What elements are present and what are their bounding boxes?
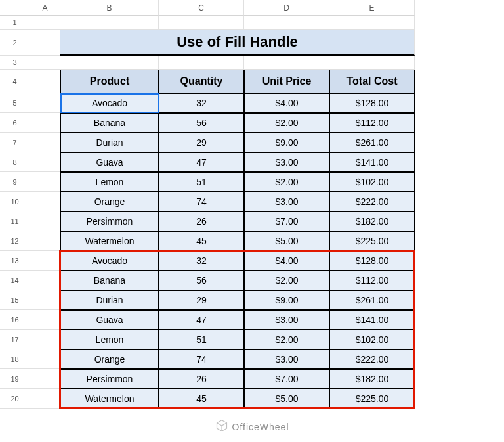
table-cell[interactable]: $128.00 <box>329 93 415 113</box>
row-hdr[interactable]: 5 <box>0 93 30 113</box>
cell[interactable] <box>159 56 244 70</box>
table-cell[interactable]: $182.00 <box>329 369 415 389</box>
table-cell[interactable]: $7.00 <box>244 369 329 389</box>
cell[interactable] <box>30 152 60 172</box>
row-hdr[interactable]: 2 <box>0 30 30 56</box>
table-cell[interactable]: Watermelon <box>60 231 159 251</box>
table-cell[interactable]: Banana <box>60 271 159 290</box>
table-cell[interactable]: $102.00 <box>329 172 415 192</box>
cell[interactable] <box>30 30 60 56</box>
table-header-cell[interactable]: Total Cost <box>329 70 415 93</box>
cell[interactable] <box>30 349 60 369</box>
table-cell[interactable]: $225.00 <box>329 231 415 251</box>
table-cell[interactable]: Lemon <box>60 330 159 349</box>
cell[interactable] <box>30 231 60 251</box>
cell[interactable] <box>244 16 329 30</box>
cell[interactable] <box>329 16 415 30</box>
cell[interactable] <box>30 93 60 113</box>
table-cell[interactable]: $222.00 <box>329 349 415 369</box>
table-header-cell[interactable]: Product <box>60 70 159 93</box>
table-cell[interactable]: 32 <box>159 93 244 113</box>
table-cell[interactable]: 29 <box>159 133 244 152</box>
table-cell[interactable]: $5.00 <box>244 389 329 409</box>
table-cell[interactable]: 26 <box>159 211 244 231</box>
table-cell[interactable]: 45 <box>159 389 244 409</box>
cell[interactable] <box>30 16 60 30</box>
table-cell[interactable]: $261.00 <box>329 133 415 152</box>
row-hdr[interactable]: 14 <box>0 271 30 290</box>
col-hdr-C[interactable]: C <box>159 0 244 16</box>
cell[interactable] <box>244 56 329 70</box>
table-cell[interactable]: Guava <box>60 310 159 330</box>
table-cell[interactable]: Avocado <box>60 93 159 113</box>
cell[interactable] <box>30 290 60 310</box>
table-cell[interactable]: $5.00 <box>244 231 329 251</box>
col-hdr-E[interactable]: E <box>329 0 415 16</box>
table-cell[interactable]: $3.00 <box>244 152 329 172</box>
table-cell[interactable]: $4.00 <box>244 251 329 271</box>
spreadsheet-grid[interactable]: 12Use of Fill Handle34ProductQuantityUni… <box>0 16 504 409</box>
table-cell[interactable]: 29 <box>159 290 244 310</box>
table-header-cell[interactable]: Quantity <box>159 70 244 93</box>
row-hdr[interactable]: 3 <box>0 56 30 70</box>
cell[interactable] <box>159 16 244 30</box>
row-hdr[interactable]: 15 <box>0 290 30 310</box>
cell[interactable] <box>30 172 60 192</box>
cell[interactable] <box>30 271 60 290</box>
table-header-cell[interactable]: Unit Price <box>244 70 329 93</box>
table-cell[interactable]: Watermelon <box>60 389 159 409</box>
row-hdr[interactable]: 20 <box>0 389 30 409</box>
row-hdr[interactable]: 10 <box>0 192 30 211</box>
cell[interactable] <box>30 133 60 152</box>
table-cell[interactable]: 74 <box>159 192 244 211</box>
table-cell[interactable]: Lemon <box>60 172 159 192</box>
table-cell[interactable]: Durian <box>60 133 159 152</box>
table-cell[interactable]: $2.00 <box>244 271 329 290</box>
cell[interactable] <box>30 70 60 93</box>
cell[interactable] <box>30 192 60 211</box>
cell[interactable] <box>60 16 159 30</box>
table-cell[interactable]: 47 <box>159 310 244 330</box>
table-cell[interactable]: Durian <box>60 290 159 310</box>
corner-cell[interactable] <box>0 0 30 16</box>
table-cell[interactable]: $2.00 <box>244 113 329 133</box>
cell[interactable] <box>329 56 415 70</box>
table-cell[interactable]: $3.00 <box>244 310 329 330</box>
cell[interactable] <box>30 389 60 409</box>
table-cell[interactable]: 51 <box>159 172 244 192</box>
table-cell[interactable]: $9.00 <box>244 290 329 310</box>
table-cell[interactable]: $112.00 <box>329 271 415 290</box>
row-hdr[interactable]: 13 <box>0 251 30 271</box>
table-cell[interactable]: $182.00 <box>329 211 415 231</box>
table-cell[interactable]: Persimmon <box>60 211 159 231</box>
table-cell[interactable]: $222.00 <box>329 192 415 211</box>
table-cell[interactable]: 74 <box>159 349 244 369</box>
row-hdr[interactable]: 6 <box>0 113 30 133</box>
cell[interactable] <box>30 211 60 231</box>
row-hdr[interactable]: 8 <box>0 152 30 172</box>
row-hdr[interactable]: 18 <box>0 349 30 369</box>
row-hdr[interactable]: 12 <box>0 231 30 251</box>
table-cell[interactable]: $3.00 <box>244 192 329 211</box>
table-cell[interactable]: 45 <box>159 231 244 251</box>
row-hdr[interactable]: 16 <box>0 310 30 330</box>
col-hdr-A[interactable]: A <box>30 0 60 16</box>
table-cell[interactable]: $102.00 <box>329 330 415 349</box>
cell[interactable] <box>30 310 60 330</box>
cell[interactable] <box>30 330 60 349</box>
table-cell[interactable]: Persimmon <box>60 369 159 389</box>
row-hdr[interactable]: 4 <box>0 70 30 93</box>
title-cell[interactable]: Use of Fill Handle <box>60 30 415 56</box>
table-cell[interactable]: 47 <box>159 152 244 172</box>
cell[interactable] <box>60 56 159 70</box>
row-hdr[interactable]: 7 <box>0 133 30 152</box>
table-cell[interactable]: 51 <box>159 330 244 349</box>
cell[interactable] <box>30 369 60 389</box>
table-cell[interactable]: $141.00 <box>329 310 415 330</box>
table-cell[interactable]: Avocado <box>60 251 159 271</box>
table-cell[interactable]: $7.00 <box>244 211 329 231</box>
cell[interactable] <box>30 113 60 133</box>
table-cell[interactable]: $112.00 <box>329 113 415 133</box>
table-cell[interactable]: $3.00 <box>244 349 329 369</box>
table-cell[interactable]: $9.00 <box>244 133 329 152</box>
